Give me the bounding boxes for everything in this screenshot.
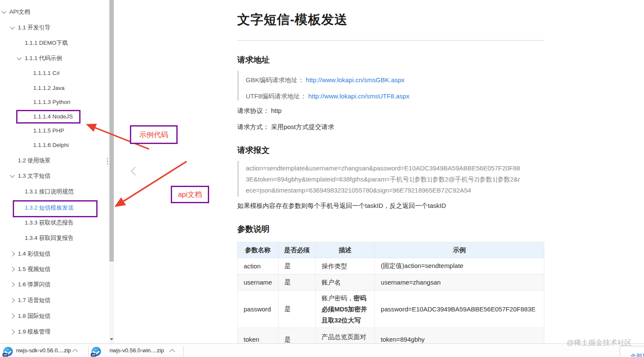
table-header-cell: 描述 — [316, 242, 375, 258]
sidebar-item[interactable]: 1.7 语音短信 — [0, 293, 109, 308]
download-menu-chevron-icon[interactable] — [170, 349, 175, 354]
gbk-address-line: GBK编码请求地址： http://www.lokapi.cn/smsGBK.a… — [246, 73, 543, 89]
chevron-down-icon[interactable] — [10, 173, 14, 178]
sidebar-item-label: 1.1.1 DEMO下载 — [25, 40, 68, 46]
sidebar-item[interactable]: 1.8 国际短信 — [0, 308, 109, 324]
sidebar-item[interactable]: 1.1.1.3 Python — [0, 95, 109, 110]
chevron-right-icon[interactable] — [10, 282, 14, 287]
sidebar-scrollbar-thumb[interactable] — [109, 0, 114, 262]
sidebar-item[interactable]: 1.1 开发引导 — [0, 20, 109, 35]
desc-text: 账户密码， — [322, 294, 354, 302]
chevron-right-icon[interactable] — [10, 251, 14, 256]
chevron-right-icon[interactable] — [10, 298, 14, 302]
request-address-blockquote: GBK编码请求地址： http://www.lokapi.cn/smsGBK.a… — [237, 71, 543, 101]
sidebar-item-label: 1.3 文字短信 — [18, 173, 51, 179]
sidebar-item-label: 1.5 视频短信 — [18, 266, 51, 272]
chevron-down-icon[interactable] — [10, 25, 14, 29]
sidebar-item-label: 1.8 国际短信 — [18, 313, 51, 319]
table-cell: 账户密码，密码必须MD5加密并且取32位大写 — [316, 291, 375, 328]
section-heading-request-body: 请求报文 — [237, 145, 270, 156]
chevron-right-icon[interactable] — [10, 267, 14, 271]
request-protocol-value: http — [271, 107, 282, 114]
sidebar-item-label: 1.2 使用场景 — [18, 157, 51, 164]
utf8-address-line: UTF8编码请求地址： http://www.lokapi.cn/smsUTF8… — [246, 89, 543, 106]
sidebar-item[interactable]: 1.1.1.6 Delphi — [0, 138, 109, 153]
title-divider — [237, 40, 544, 41]
sidebar-scrollbar-down-arrow-icon[interactable] — [109, 336, 114, 342]
table-cell: username — [238, 274, 279, 291]
sidebar-collapse-chevron-icon[interactable] — [131, 167, 140, 176]
gbk-address-link[interactable]: http://www.lokapi.cn/smsGBK.aspx — [306, 76, 405, 83]
desc-text: 产品总览页面对 — [322, 333, 366, 340]
sidebar-item[interactable]: 1.6 弹屏闪信 — [0, 277, 109, 292]
sidebar-item[interactable]: 1.9 模板管理 — [0, 324, 109, 340]
download-item-1[interactable]: ZIP nwjs-sdk-v0.56.0....zip — [0, 344, 88, 357]
show-all-downloads-button[interactable]: 全部显示 — [620, 346, 644, 357]
sidebar-item[interactable]: 1.5 视频短信 — [0, 262, 109, 277]
sidebar-item[interactable]: 1.3.4 获取回复报告 — [0, 230, 109, 246]
sidebar-item[interactable]: 1.1.1.4 NodeJS — [0, 109, 109, 124]
chevron-right-icon[interactable] — [10, 329, 14, 334]
sidebar-item-label: 1.3.2 短信模板发送 — [25, 204, 74, 211]
download-filename: nwjs-sdk-v0.56.0....zip — [16, 347, 71, 354]
desc-text: 账户名 — [322, 279, 341, 286]
page-title: 文字短信-模板发送 — [237, 11, 348, 29]
desc-text: 操作类型 — [322, 262, 347, 270]
download-item-2[interactable]: ZIP nwjs-v0.56.0-win....zip — [88, 344, 183, 357]
sidebar-item[interactable]: 1.1.1.1 C# — [0, 66, 109, 81]
table-cell: password=E10ADC3949BA59ABBE56E057F20F883… — [375, 291, 544, 328]
request-method-label: 请求方式： — [237, 123, 269, 130]
table-header-cell: 是否必须 — [278, 242, 315, 258]
table-cell: password — [238, 291, 279, 328]
sidebar-item-label: 1.1.1.4 NodeJS — [33, 113, 73, 120]
utf8-address-label: UTF8编码请求地址： — [246, 92, 307, 100]
sidebar-item-label: 1.1.1.1 C# — [33, 70, 60, 76]
table-cell: 是 — [278, 274, 315, 291]
sidebar-item[interactable]: API文档 — [0, 4, 109, 20]
sidebar-item[interactable]: 1.3.3 获取状态报告 — [0, 215, 109, 230]
chevron-down-icon[interactable] — [17, 55, 21, 60]
splitter-grip-icon[interactable] — [107, 158, 108, 164]
table-row: password是账户密码，密码必须MD5加密并且取32位大写password=… — [238, 291, 544, 328]
sidebar-item[interactable]: 1.1.1.2 Java — [0, 81, 109, 96]
sidebar-item-label: API文档 — [9, 9, 30, 15]
page: API文档1.1 开发引导1.1.1 DEMO下载1.1.1 代码示例1.1.1… — [0, 0, 644, 357]
sidebar-item-label: 1.4 彩信短信 — [18, 250, 51, 257]
download-filename: nwjs-v0.56.0-win....zip — [109, 347, 164, 354]
chevron-down-icon[interactable] — [1, 9, 6, 14]
sidebar-item[interactable]: 1.3.2 短信模板发送 — [0, 200, 109, 216]
request-method-value: 采用post方式提交请求 — [271, 123, 334, 130]
download-shelf: ZIP nwjs-sdk-v0.56.0....zip ZIP nwjs-v0.… — [0, 343, 644, 357]
sidebar-item-label: 1.3.1 接口说明规范 — [25, 188, 74, 195]
request-protocol-line: 请求协议： http — [237, 107, 282, 115]
utf8-address-link[interactable]: http://www.lokapi.cn/smsUTF8.aspx — [308, 92, 410, 100]
sidebar-item-label: 1.3.3 获取状态报告 — [25, 219, 74, 226]
sidebar-item[interactable]: 1.4 彩信短信 — [0, 246, 109, 262]
sidebar-item[interactable]: 1.3 文字短信 — [0, 168, 109, 184]
params-table: 参数名称是否必须描述示例action是操作类型(固定值)action=sendt… — [237, 242, 544, 357]
annotation-label-text: api文档 — [178, 190, 202, 199]
annotation-label-api-doc: api文档 — [171, 186, 209, 203]
table-header-cell: 示例 — [375, 242, 544, 258]
sidebar-item[interactable]: 1.1.1.5 PHP — [0, 123, 109, 138]
chevron-right-icon[interactable] — [10, 314, 14, 318]
sidebar-item-label: 1.1.1.2 Java — [33, 85, 65, 91]
request-method-line: 请求方式： 采用post方式提交请求 — [237, 123, 334, 131]
sidebar-item-label: 1.6 弹屏闪信 — [18, 281, 51, 288]
sidebar-item-label: 1.1.1.5 PHP — [33, 127, 64, 134]
download-menu-chevron-icon[interactable] — [72, 349, 78, 354]
sidebar-tree: API文档1.1 开发引导1.1.1 DEMO下载1.1.1 代码示例1.1.1… — [0, 0, 114, 343]
sidebar-item[interactable]: 1.1.1 代码示例 — [0, 51, 109, 66]
sidebar-item-label: 1.1.1 代码示例 — [25, 55, 62, 61]
table-header-cell: 参数名称 — [238, 242, 279, 258]
sidebar-item-label: 1.1.1.3 Python — [33, 99, 70, 105]
gbk-address-label: GBK编码请求地址： — [246, 76, 304, 83]
shelf-divider — [183, 346, 184, 357]
request-body-blockquote: action=sendtemplate&username=zhangsan&pa… — [237, 161, 543, 197]
sidebar-item[interactable]: 1.3.1 接口说明规范 — [0, 184, 109, 199]
sidebar-item[interactable]: 1.2 使用场景 — [0, 153, 109, 168]
sidebar-item[interactable]: 1.1.1 DEMO下载 — [0, 35, 109, 51]
request-payload-text: action=sendtemplate&username=zhangsan&pa… — [246, 163, 523, 196]
request-protocol-label: 请求协议： — [237, 107, 269, 114]
table-cell: 操作类型 — [316, 258, 375, 274]
